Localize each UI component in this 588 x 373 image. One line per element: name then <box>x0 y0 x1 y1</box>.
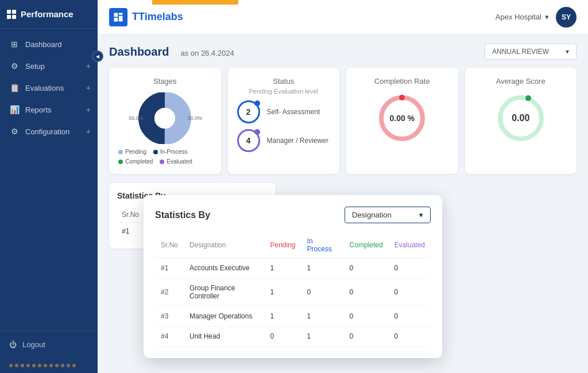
legend-inprocess: In-Process <box>153 149 188 155</box>
legend-pending: Pending <box>118 149 146 155</box>
legend-inprocess-dot <box>153 150 158 154</box>
average-score-value: 0.00 <box>512 113 529 123</box>
stages-card-title: Stages <box>118 77 212 86</box>
designation-dropdown[interactable]: Designation ▾ <box>345 207 431 223</box>
average-score-card: Average Score 0.00 <box>465 68 577 174</box>
logout-button[interactable]: ⏻ Logout <box>9 340 88 349</box>
desig-r2-completed: 0 <box>344 278 389 306</box>
legend-completed-label: Completed <box>125 158 153 165</box>
cards-row: Stages 50.0% 50.0% <box>109 68 577 174</box>
desig-col-inprocess: In Process <box>301 232 344 258</box>
desig-r1-sr: #1 <box>155 258 184 278</box>
desig-col-completed: Completed <box>344 232 389 258</box>
branch-row1-sr: #1 <box>117 223 147 240</box>
status-label-self: Self- Assessment <box>267 108 320 116</box>
stages-donut-wrapper: 50.0% 50.0% <box>127 92 202 144</box>
status-count-self: 2 <box>246 107 251 116</box>
sidebar-item-setup[interactable]: ⚙ Setup + <box>0 55 98 77</box>
completion-rate-value: 0.00 % <box>389 114 415 123</box>
branch-col-srno: Sr.No <box>117 207 147 223</box>
designation-dropdown-label: Designation <box>352 211 392 219</box>
review-selector-chevron: ▾ <box>566 48 569 56</box>
completion-donut: 0.00 % <box>376 92 428 144</box>
average-card-title: Average Score <box>474 77 568 86</box>
logo-text: TTimelabs <box>132 11 183 23</box>
desig-r4-completed: 0 <box>344 327 389 347</box>
setup-icon: ⚙ <box>9 61 20 71</box>
sidebar-dots-deco <box>0 358 98 373</box>
sidebar-label-evaluations: Evaluations <box>25 84 64 92</box>
desig-r3-sr: #3 <box>155 306 184 327</box>
user-initials: SY <box>562 13 571 21</box>
status-card-title: Status <box>237 77 331 86</box>
sidebar-toggle[interactable] <box>92 50 103 62</box>
legend-evaluated-label: Evaluated <box>167 158 192 165</box>
sidebar-header: Performance <box>0 0 98 29</box>
status-items: 2 Self- Assessment 4 Manager / Reviewer <box>237 100 331 152</box>
desig-r3-inprocess: 1 <box>301 306 344 327</box>
hospital-name: Apex Hospital <box>496 13 541 21</box>
topbar-right: Apex Hospital ▾ SY <box>496 7 577 28</box>
reports-icon: 📊 <box>9 104 20 115</box>
svg-rect-0 <box>114 13 118 17</box>
completion-chart: 0.00 % <box>355 92 449 144</box>
sidebar-item-configuration[interactable]: ⚙ Configuration + <box>0 121 98 142</box>
hospital-selector[interactable]: Apex Hospital ▾ <box>496 13 549 21</box>
desig-r1-inprocess: 1 <box>301 258 344 278</box>
sidebar-item-dashboard[interactable]: ⊞ Dashboard <box>0 33 98 55</box>
sidebar-item-reports[interactable]: 📊 Reports + <box>0 99 98 121</box>
designation-table: Sr.No Designation Pending In Process Com… <box>155 232 431 347</box>
desig-r1-evaluated: 0 <box>389 258 431 278</box>
desig-r4-inprocess: 1 <box>301 327 344 347</box>
hospital-chevron-icon: ▾ <box>545 13 549 21</box>
designation-stats-overlay: Statistics By Designation ▾ Sr.No Design… <box>144 195 442 358</box>
svg-rect-2 <box>114 17 118 21</box>
dashboard-date: as on 26.4.2024 <box>180 49 234 57</box>
status-card: Status Pending Evaluation level 2 Self- … <box>228 68 340 174</box>
deco-top-bar <box>152 0 238 5</box>
sidebar: Performance ⊞ Dashboard ⚙ Setup + 📋 Eval… <box>0 0 98 373</box>
desig-r2-inprocess: 0 <box>301 278 344 306</box>
table-row: #3 Manager Operations 1 1 0 0 <box>155 306 431 327</box>
logo-icon <box>109 8 127 26</box>
evaluations-icon: 📋 <box>9 83 20 93</box>
legend-inprocess-label: In-Process <box>160 149 188 155</box>
svg-rect-1 <box>119 13 123 14</box>
legend-completed-dot <box>118 160 123 164</box>
sidebar-label-configuration: Configuration <box>25 127 69 136</box>
status-subtitle: Pending Evaluation level <box>237 88 331 95</box>
desig-r3-pending: 1 <box>265 306 301 327</box>
status-circle-manager: 4 <box>237 129 260 152</box>
configuration-expand-icon: + <box>86 127 91 136</box>
logout-label: Logout <box>22 340 45 349</box>
sidebar-label-setup: Setup <box>25 62 45 71</box>
user-avatar[interactable]: SY <box>556 7 577 28</box>
legend-evaluated: Evaluated <box>160 158 192 165</box>
review-selector[interactable]: ANNUAL REVIEW ▾ <box>485 44 577 60</box>
stages-left-pct: 50.0% <box>129 115 144 121</box>
desig-r3-evaluated: 0 <box>389 306 431 327</box>
status-dot-self <box>254 100 260 106</box>
status-count-manager: 4 <box>246 136 251 145</box>
evaluations-expand-icon: + <box>86 83 91 92</box>
designation-dropdown-chevron: ▾ <box>419 211 423 219</box>
sidebar-item-evaluations[interactable]: 📋 Evaluations + <box>0 77 98 99</box>
review-selector-label: ANNUAL REVIEW <box>492 48 549 56</box>
svg-rect-3 <box>119 15 123 21</box>
table-row: #4 Unit Head 0 1 0 0 <box>155 327 431 347</box>
sidebar-app-title: Performance <box>21 9 74 19</box>
sidebar-label-reports: Reports <box>25 106 52 114</box>
desig-r2-sr: #2 <box>155 278 184 306</box>
desig-r3-name: Manager Operations <box>184 306 264 327</box>
status-dot-manager <box>254 129 260 135</box>
overlay-header: Statistics By Designation ▾ <box>155 207 431 223</box>
desig-r1-pending: 1 <box>265 258 301 278</box>
average-donut: 0.00 <box>495 92 547 144</box>
stages-chart: 50.0% 50.0% Pending In-Process <box>118 92 212 165</box>
sidebar-footer: ⏻ Logout <box>0 331 98 358</box>
desig-r2-evaluated: 0 <box>389 278 431 306</box>
desig-r1-name: Accounts Executive <box>184 258 264 278</box>
designation-table-header: Sr.No Designation Pending In Process Com… <box>155 232 431 258</box>
reports-expand-icon: + <box>86 105 91 114</box>
status-item-manager: 4 Manager / Reviewer <box>237 129 331 152</box>
